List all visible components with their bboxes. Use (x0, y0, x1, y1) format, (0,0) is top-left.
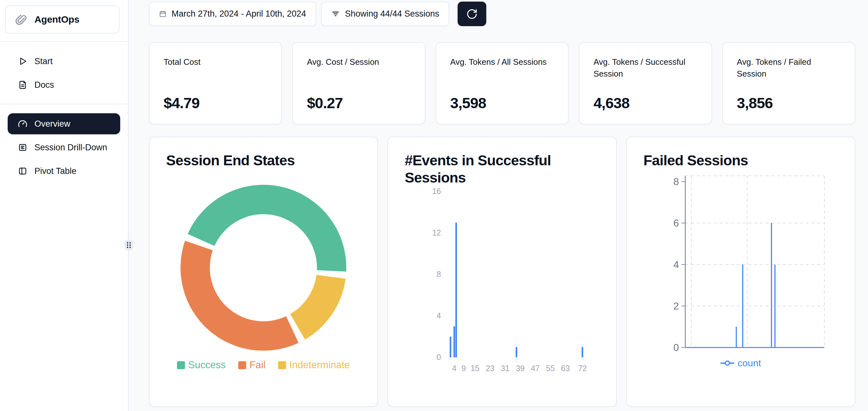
sidebar-item-label: Session Drill-Down (34, 143, 107, 152)
svg-text:23: 23 (486, 364, 495, 373)
svg-text:55: 55 (546, 364, 555, 373)
svg-text:9: 9 (461, 364, 466, 373)
stat-card-avg-tokens-failed: Avg. Tokens / Failed Session 3,856 (722, 42, 855, 124)
stat-card-avg-tokens-successful: Avg. Tokens / Successful Session 4,638 (579, 42, 712, 124)
svg-text:2: 2 (673, 301, 679, 312)
chart-card-session-end-states: Session End States SuccessFailIndetermin… (149, 137, 378, 407)
topbar: March 27th, 2024 - April 10th, 2024 Show… (149, 2, 855, 26)
stat-card-avg-cost-session: Avg. Cost / Session $0.27 (292, 42, 425, 124)
stat-value: $4.79 (163, 94, 267, 112)
stats-row: Total Cost $4.79 Avg. Cost / Session $0.… (149, 42, 855, 124)
stat-label: Avg. Tokens / All Sessions (450, 56, 554, 68)
svg-text:72: 72 (578, 364, 587, 373)
refresh-button[interactable] (458, 2, 486, 26)
sidebar-nav-main: Overview Session Drill-Down Pivot Tab (0, 104, 128, 182)
svg-text:16: 16 (432, 188, 441, 196)
svg-text:0: 0 (437, 353, 441, 361)
count-legend-item[interactable]: count (644, 358, 838, 369)
calendar-icon (159, 10, 166, 18)
sessions-filter-label: Showing 44/44 Sessions (345, 9, 439, 19)
stat-label: Avg. Tokens / Failed Session (737, 56, 841, 80)
svg-text:12: 12 (432, 228, 441, 237)
svg-text:63: 63 (561, 364, 570, 373)
sidebar-item-start[interactable]: Start (8, 51, 120, 72)
date-range-label: March 27th, 2024 - April 10th, 2024 (172, 9, 306, 19)
svg-text:8: 8 (673, 176, 679, 187)
legend-label: Indeterminate (289, 359, 350, 371)
chart-card-failed-sessions: Failed Sessions 02468 count (626, 137, 855, 407)
donut-chart (179, 183, 348, 354)
date-range-button[interactable]: March 27th, 2024 - April 10th, 2024 (149, 2, 316, 26)
stat-label: Avg. Tokens / Successful Session (593, 56, 697, 80)
paperclip-logo-icon (14, 12, 29, 27)
sidebar-item-label: Start (34, 57, 53, 66)
line-series-legend-label: count (738, 358, 761, 369)
legend-swatch (238, 361, 246, 369)
sidebar-item-docs[interactable]: Docs (8, 75, 120, 95)
legend-label: Fail (249, 359, 265, 371)
stat-label: Avg. Cost / Session (307, 56, 410, 68)
sessions-filter-button[interactable]: Showing 44/44 Sessions (321, 2, 450, 26)
events-bar-chart: 1612840491523313947556372 (405, 188, 599, 383)
main-content: March 27th, 2024 - April 10th, 2024 Show… (129, 0, 868, 411)
play-icon (18, 57, 27, 66)
svg-text:4: 4 (452, 364, 457, 373)
sidebar-item-overview[interactable]: Overview (8, 113, 120, 134)
svg-text:4: 4 (673, 259, 679, 270)
logo-label: AgentOps (34, 14, 80, 25)
donut-slice-fail (181, 241, 299, 351)
legend-item-success[interactable]: Success (177, 359, 225, 371)
chart-title: Failed Sessions (644, 152, 838, 169)
refresh-icon (466, 8, 478, 20)
line-series-legend-icon (720, 360, 734, 366)
sidebar: AgentOps Start Docs (0, 0, 129, 411)
sidebar-item-label: Pivot Table (34, 166, 76, 176)
donut-legend: SuccessFailIndeterminate (166, 359, 361, 371)
legend-swatch (278, 361, 286, 369)
stat-value: 3,856 (737, 94, 841, 112)
svg-text:39: 39 (516, 364, 525, 373)
svg-text:4: 4 (437, 311, 441, 320)
charts-row: Session End States SuccessFailIndetermin… (149, 137, 855, 407)
chart-card-events-in-successful-sessions: #Events in Successful Sessions 161284049… (388, 137, 616, 407)
sidebar-item-session-drill-down[interactable]: Session Drill-Down (8, 137, 120, 158)
stat-value: $0.27 (307, 94, 410, 112)
sidebar-item-pivot-table[interactable]: Pivot Table (8, 160, 120, 182)
stat-value: 4,638 (593, 94, 697, 112)
stat-card-total-cost: Total Cost $4.79 (149, 42, 282, 124)
failed-line-chart: 02468 (644, 172, 838, 357)
legend-swatch (177, 361, 185, 369)
sidebar-resize-handle[interactable] (124, 240, 133, 251)
sidebar-item-label: Overview (34, 119, 70, 129)
list-box-icon (18, 143, 27, 152)
stat-card-avg-tokens-all: Avg. Tokens / All Sessions 3,598 (436, 42, 568, 124)
legend-item-fail[interactable]: Fail (238, 359, 265, 371)
legend-item-indeterminate[interactable]: Indeterminate (278, 359, 350, 371)
svg-text:15: 15 (471, 364, 479, 373)
svg-text:47: 47 (531, 364, 540, 373)
panel-columns-icon (18, 166, 27, 176)
svg-text:31: 31 (501, 364, 510, 373)
stat-value: 3,598 (450, 94, 554, 112)
sidebar-item-label: Docs (34, 80, 54, 90)
svg-text:6: 6 (673, 217, 679, 229)
chart-title: #Events in Successful Sessions (405, 152, 599, 186)
svg-text:0: 0 (673, 342, 679, 353)
donut-slice-success (188, 185, 346, 271)
app-root: AgentOps Start Docs (0, 0, 868, 411)
file-text-icon (18, 80, 27, 90)
donut-slice-indeterminate (290, 275, 345, 340)
sidebar-nav-top: Start Docs (0, 42, 128, 95)
filter-icon (331, 9, 340, 18)
legend-label: Success (188, 359, 225, 371)
stat-label: Total Cost (163, 56, 267, 68)
chart-title: Session End States (166, 152, 361, 169)
svg-text:8: 8 (437, 270, 441, 278)
logo[interactable]: AgentOps (5, 5, 120, 33)
gauge-icon (18, 119, 27, 128)
grip-dots-icon (126, 241, 131, 248)
